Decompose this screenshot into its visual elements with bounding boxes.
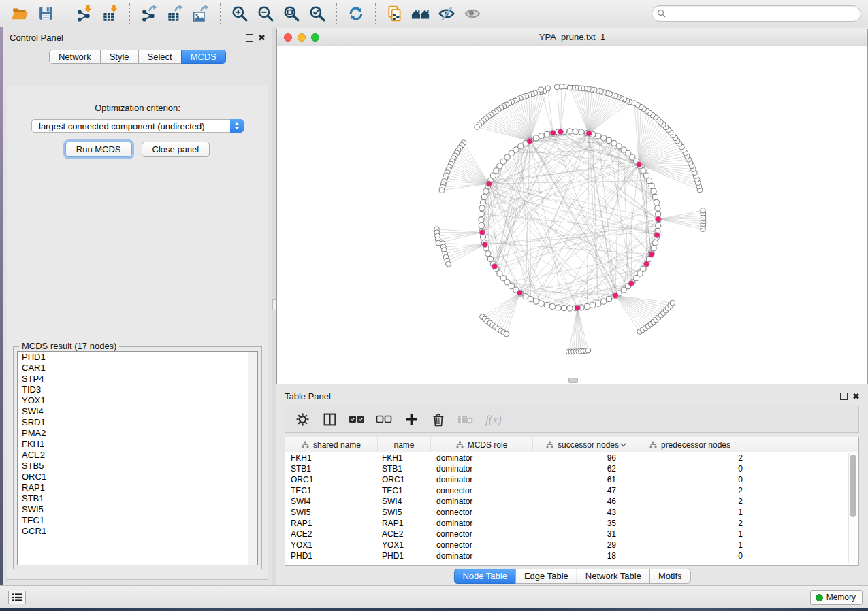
mcds-node[interactable]: SRD1 (18, 417, 257, 428)
close-panel-button[interactable]: Close panel (142, 142, 210, 157)
delete-columns-button[interactable] (428, 409, 449, 429)
zoom-in-button[interactable] (229, 3, 251, 24)
table-row[interactable]: ORC1ORC1dominator610 (285, 474, 858, 485)
minimize-window-icon[interactable] (298, 33, 306, 42)
mcds-node[interactable]: TEC1 (18, 515, 257, 526)
tab-motifs[interactable]: Motifs (649, 569, 691, 584)
column-header-filler (748, 437, 858, 452)
table-row[interactable]: RAP1RAP1dominator352 (285, 518, 858, 529)
table-row[interactable]: TEC1TEC1connector472 (285, 485, 858, 496)
mcds-node[interactable]: FKH1 (18, 439, 257, 450)
search-field[interactable] (652, 5, 861, 22)
mcds-node[interactable]: YOX1 (18, 395, 257, 406)
table-toolbar: f(x) (285, 406, 859, 433)
split-divider-handle[interactable] (568, 378, 578, 383)
column-header-mcds-role[interactable]: MCDS role (431, 437, 533, 452)
mcds-node[interactable]: SWI4 (18, 406, 257, 417)
select-all-icon (349, 414, 365, 425)
export-table-button[interactable] (164, 3, 186, 24)
mcds-node[interactable]: RAP1 (18, 482, 257, 493)
export-image-button[interactable] (190, 3, 212, 24)
run-mcds-button[interactable]: Run MCDS (65, 142, 132, 157)
column-header-successor-nodes[interactable]: successor nodes (533, 437, 632, 452)
network-canvas[interactable] (277, 46, 867, 384)
mcds-node[interactable]: ACE2 (18, 450, 257, 461)
hide-details-button[interactable] (436, 3, 457, 24)
mcds-node[interactable]: PHD1 (18, 352, 257, 363)
column-header-name[interactable]: name (378, 437, 431, 452)
export-table-icon (166, 5, 184, 22)
float-panel-icon[interactable] (840, 393, 848, 400)
network-window-titlebar[interactable]: YPA_prune.txt_1 (277, 29, 867, 46)
node-table: shared name name MCDS role (285, 437, 859, 566)
table-cell: 96 (533, 452, 632, 463)
mcds-node[interactable]: STB5 (18, 461, 257, 472)
table-scrollbar-thumb[interactable] (850, 455, 856, 517)
mcds-node[interactable]: SWI5 (18, 504, 257, 515)
import-table-button[interactable] (99, 3, 121, 24)
clone-network-button[interactable] (384, 3, 406, 24)
column-header-predecessor-nodes[interactable]: predecessor nodes (632, 437, 748, 452)
search-input[interactable] (669, 7, 856, 20)
tab-network-table[interactable]: Network Table (577, 569, 650, 584)
table-cell: 0 (632, 474, 748, 485)
show-details-button[interactable] (462, 3, 483, 24)
close-panel-icon[interactable]: ✖ (852, 393, 860, 400)
tab-network[interactable]: Network (49, 50, 101, 64)
toolbar-separator (375, 3, 376, 24)
table-cell: 1 (632, 529, 748, 540)
save-session-button[interactable] (35, 3, 57, 24)
mcds-node[interactable]: GCR1 (18, 526, 257, 537)
mcds-node[interactable]: CAR1 (18, 363, 257, 374)
table-row[interactable]: ACE2ACE2connector311 (285, 529, 858, 540)
criterion-select[interactable]: largest connected component (undirected) (31, 119, 244, 133)
refresh-layout-button[interactable] (345, 3, 367, 24)
deselect-all-button[interactable] (374, 409, 394, 429)
mcds-node[interactable]: PMA2 (18, 428, 257, 439)
mcds-node[interactable]: STB1 (18, 493, 257, 504)
refresh-layout-icon (347, 5, 365, 22)
table-cell: SWI4 (285, 496, 378, 507)
network-graph[interactable] (277, 46, 867, 384)
table-row[interactable]: SWI4SWI4dominator462 (285, 496, 858, 507)
table-cell: dominator (431, 463, 533, 474)
table-scrollbar[interactable] (848, 453, 857, 563)
memory-button[interactable]: Memory (810, 590, 863, 605)
float-panel-icon[interactable] (246, 34, 253, 42)
table-row[interactable]: PHD1PHD1dominator180 (285, 550, 858, 561)
zoom-fit-button[interactable] (280, 3, 302, 24)
tab-edge-table[interactable]: Edge Table (515, 569, 577, 584)
table-row[interactable]: YOX1YOX1connector291 (285, 540, 858, 550)
mcds-node[interactable]: TID3 (18, 384, 257, 395)
close-panel-icon[interactable]: ✖ (258, 34, 266, 42)
select-all-button[interactable] (347, 409, 367, 429)
show-log-button[interactable] (8, 591, 26, 604)
table-cell: dominator (431, 496, 533, 507)
table-row[interactable]: FKH1FKH1dominator962 (285, 452, 858, 463)
export-network-button[interactable] (138, 3, 160, 24)
zoom-out-button[interactable] (255, 3, 276, 24)
table-row[interactable]: STB1STB1dominator620 (285, 463, 858, 474)
table-settings-button[interactable] (292, 409, 312, 429)
tab-select[interactable]: Select (138, 50, 182, 64)
create-column-button[interactable] (401, 409, 421, 429)
tab-mcds[interactable]: MCDS (181, 50, 226, 64)
tab-node-table[interactable]: Node Table (453, 569, 516, 584)
close-window-icon[interactable] (284, 33, 292, 42)
import-network-button[interactable] (74, 3, 95, 24)
mcds-list-scrollbar[interactable] (248, 352, 257, 565)
table-cell: 2 (632, 496, 748, 507)
column-header-shared-name[interactable]: shared name (285, 437, 378, 452)
zoom-window-icon[interactable] (311, 33, 319, 42)
home-button[interactable] (410, 3, 432, 24)
mcds-result-list: PHD1CAR1STP4TID3YOX1SWI4SRD1PMA2FKH1ACE2… (17, 351, 258, 565)
zoom-selected-button[interactable] (306, 3, 328, 24)
node-table-body: FKH1FKH1dominator962STB1STB1dominator620… (285, 452, 858, 561)
tab-style[interactable]: Style (100, 50, 139, 64)
mcds-node[interactable]: ORC1 (18, 472, 257, 482)
table-row[interactable]: SWI5SWI5connector431 (285, 507, 858, 518)
mcds-node[interactable]: STP4 (18, 374, 257, 384)
zoom-fit-icon (283, 5, 300, 22)
open-session-button[interactable] (9, 3, 31, 24)
show-columns-button[interactable] (319, 409, 340, 429)
